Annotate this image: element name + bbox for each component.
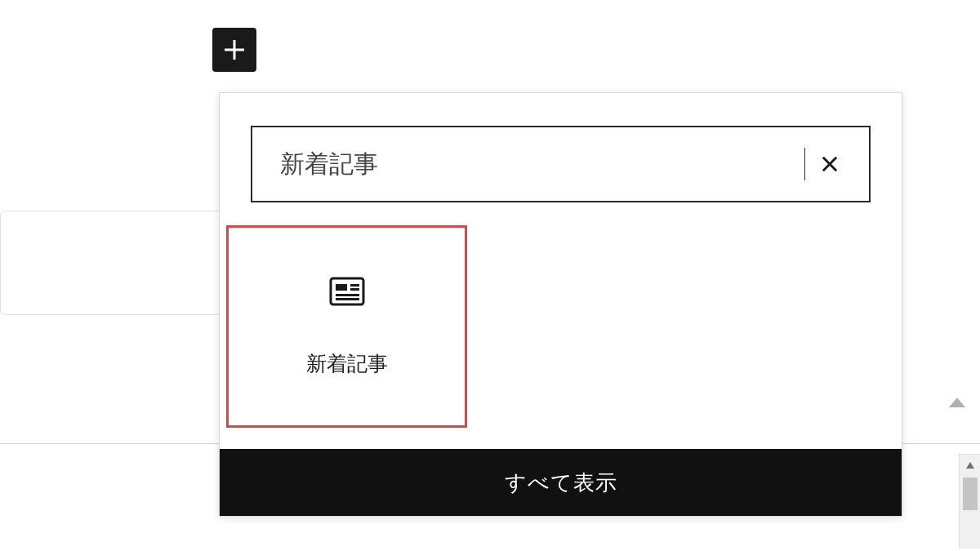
svg-rect-5 bbox=[336, 284, 347, 291]
add-block-button[interactable] bbox=[212, 28, 256, 72]
block-item-recent-posts[interactable]: 新着記事 bbox=[226, 225, 467, 428]
newspaper-icon bbox=[329, 277, 365, 306]
svg-rect-6 bbox=[350, 284, 359, 287]
chevron-up-icon bbox=[949, 398, 965, 407]
svg-rect-8 bbox=[336, 294, 359, 296]
search-input-wrap bbox=[251, 126, 871, 202]
svg-marker-10 bbox=[966, 462, 974, 469]
show-all-button[interactable]: すべて表示 bbox=[220, 449, 902, 516]
block-item-label: 新着記事 bbox=[306, 350, 388, 377]
block-results: 新着記事 bbox=[220, 225, 902, 449]
close-icon bbox=[818, 153, 841, 176]
scrollbar-thumb[interactable] bbox=[963, 478, 978, 510]
vertical-scrollbar[interactable] bbox=[959, 454, 980, 549]
block-inserter-popover: 新着記事 すべて表示 bbox=[219, 92, 902, 517]
svg-rect-4 bbox=[331, 278, 363, 304]
search-row bbox=[220, 93, 902, 225]
svg-rect-9 bbox=[336, 298, 359, 300]
svg-rect-7 bbox=[350, 288, 359, 291]
clear-search-button[interactable] bbox=[813, 148, 846, 180]
block-search-input[interactable] bbox=[280, 148, 805, 180]
chevron-up-icon bbox=[965, 461, 975, 469]
scrollbar-up-button[interactable] bbox=[960, 455, 981, 476]
plus-icon bbox=[220, 35, 249, 64]
